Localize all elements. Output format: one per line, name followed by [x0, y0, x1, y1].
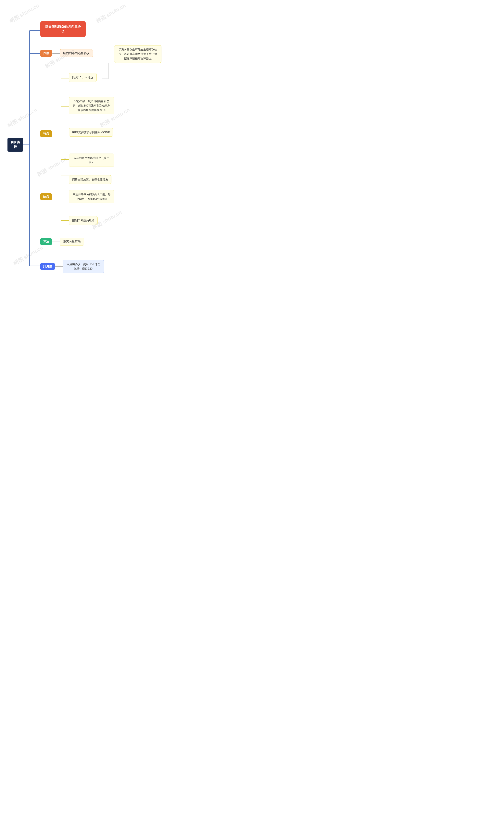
branch-suanfa: 算法 距离向量算法: [41, 238, 84, 246]
cat-label-zuoyong: 作用: [41, 50, 52, 57]
branch-title: 路由信息协议/距离向量协议: [41, 21, 86, 37]
branch-guishuceng: 归属层 应用层协议、使用UDP传送数据、端口520: [41, 260, 104, 273]
cat-label-suanfa: 算法: [41, 238, 52, 245]
tedian-child-3: RIP2支持变长子网掩码和CIDR: [69, 128, 113, 137]
quedian-child-1: 网络出现故障、有慢收敛现象: [69, 175, 111, 184]
tedian-child-1: 距离16、不可达: [69, 73, 97, 82]
root-node: RIP协议: [7, 138, 23, 152]
cat-label-tedian: 特点: [41, 130, 52, 137]
guishuceng-content: 应用层协议、使用UDP传送数据、端口520: [62, 260, 104, 273]
quedian-child-3: 限制了网络的规模: [69, 216, 98, 225]
zuoyong-content: 域内的路由选择协议: [60, 49, 93, 57]
quedian-child-2: 不支持子网掩码的RIP广播、每个网络子网掩码必须相同: [69, 190, 114, 203]
root-label: RIP协议: [11, 140, 20, 149]
tedian-child-2: 30秒广播一次RIP路由更新信息、超过180秒没有收到信息则置该邻居路由距离为1…: [69, 97, 114, 114]
tedian-child-4: 只与邻居交换路由信息（路由表）: [69, 154, 114, 167]
cat-label-quedian: 缺点: [41, 193, 52, 200]
branch-zuoyong: 作用 域内的路由选择协议: [41, 49, 93, 57]
tedian-child-1-sub: 距离向量路由可能会出现环路情况、规定最高跳数是为了防止数据报不断循环在环路上: [114, 45, 161, 63]
suanfa-content: 距离向量算法: [60, 238, 84, 246]
cat-label-guishuceng: 归属层: [41, 263, 55, 270]
title-box: 路由信息协议/距离向量协议: [41, 21, 86, 37]
